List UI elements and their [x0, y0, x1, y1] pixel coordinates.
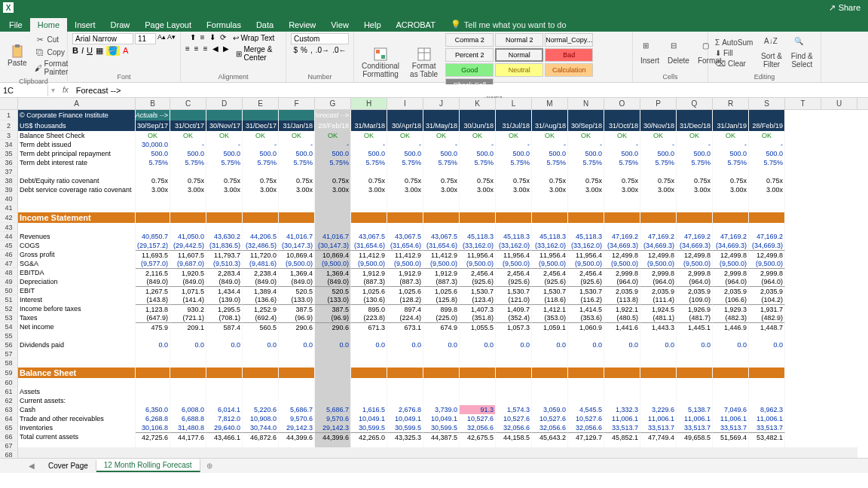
- data-cell[interactable]: 3.00x: [206, 185, 243, 194]
- row-header[interactable]: 36: [0, 158, 18, 167]
- data-cell[interactable]: 520.5: [279, 286, 315, 295]
- data-cell[interactable]: 1,295.5: [206, 304, 243, 313]
- align-right-icon[interactable]: ≡: [203, 44, 208, 63]
- data-cell[interactable]: 12,499.8: [713, 250, 749, 259]
- data-cell[interactable]: [315, 396, 351, 405]
- data-cell[interactable]: 32,056.6: [460, 423, 496, 432]
- data-cell[interactable]: 28/Feb/18: [315, 120, 351, 131]
- insert-cells-button[interactable]: ⊞Insert: [637, 40, 662, 66]
- data-cell[interactable]: 1,920.5: [170, 268, 206, 277]
- data-cell[interactable]: 44,399.6: [315, 432, 351, 441]
- row-header[interactable]: 39: [0, 185, 18, 194]
- data-cell[interactable]: 10,527.6: [568, 414, 604, 423]
- data-cell[interactable]: [279, 194, 315, 203]
- data-cell[interactable]: (9,500.0): [315, 259, 351, 268]
- data-cell[interactable]: 0.75x: [568, 176, 604, 185]
- data-cell[interactable]: (351.8): [460, 313, 496, 322]
- data-cell[interactable]: [243, 223, 279, 232]
- data-cell[interactable]: [604, 378, 640, 387]
- data-cell[interactable]: [568, 203, 604, 212]
- data-cell[interactable]: 3.00x: [387, 185, 423, 194]
- data-cell[interactable]: [532, 203, 568, 212]
- data-cell[interactable]: (9,500.0): [351, 259, 387, 268]
- data-cell[interactable]: (925.6): [460, 277, 496, 286]
- data-cell[interactable]: 10,527.6: [496, 414, 532, 423]
- data-cell[interactable]: [206, 331, 243, 340]
- data-cell[interactable]: (353.6): [568, 313, 604, 322]
- data-cell[interactable]: [677, 194, 713, 203]
- font-size-select[interactable]: 11: [135, 33, 156, 44]
- data-cell[interactable]: 897.4: [387, 304, 423, 313]
- style-good[interactable]: Good: [445, 63, 494, 77]
- border-button[interactable]: ▦: [96, 46, 103, 56]
- row-label[interactable]: [18, 194, 136, 203]
- tab-file[interactable]: File: [2, 18, 30, 32]
- data-cell[interactable]: -: [749, 140, 785, 149]
- data-cell[interactable]: [532, 349, 568, 358]
- data-cell[interactable]: 4,545.5: [568, 405, 604, 414]
- data-cell[interactable]: 2,456.4: [496, 268, 532, 277]
- data-cell[interactable]: [136, 396, 170, 405]
- row-header[interactable]: 49: [0, 277, 18, 286]
- data-cell[interactable]: 29,640.0: [206, 423, 243, 432]
- row-label[interactable]: Interest: [18, 295, 136, 304]
- data-cell[interactable]: [604, 331, 640, 340]
- data-cell[interactable]: 47,169.2: [604, 232, 640, 241]
- data-cell[interactable]: 500.0: [604, 149, 640, 158]
- data-cell[interactable]: [749, 110, 785, 120]
- data-cell[interactable]: [351, 194, 387, 203]
- row-header[interactable]: 48: [0, 268, 18, 277]
- spreadsheet-grid[interactable]: ABCDEFGHIJKLMNOPQRSTU 1© Corporate Finan…: [0, 98, 868, 473]
- data-cell[interactable]: [496, 194, 532, 203]
- data-cell[interactable]: (849.0): [206, 277, 243, 286]
- data-cell[interactable]: 43,325.3: [387, 432, 423, 441]
- data-cell[interactable]: [640, 349, 677, 358]
- data-cell[interactable]: OK: [387, 131, 423, 140]
- data-cell[interactable]: [677, 212, 713, 223]
- currency-icon[interactable]: $: [294, 46, 298, 54]
- data-cell[interactable]: 1,055.5: [460, 322, 496, 331]
- data-cell[interactable]: [496, 396, 532, 405]
- data-cell[interactable]: 3.00x: [640, 185, 677, 194]
- row-header[interactable]: 62: [0, 396, 18, 405]
- data-cell[interactable]: (123.4): [460, 295, 496, 304]
- data-cell[interactable]: [387, 358, 423, 368]
- data-cell[interactable]: [677, 167, 713, 176]
- data-cell[interactable]: 31/Jan/19: [713, 120, 749, 131]
- data-cell[interactable]: [568, 167, 604, 176]
- data-cell[interactable]: [749, 368, 785, 378]
- data-cell[interactable]: [136, 194, 170, 203]
- data-cell[interactable]: (133.0): [315, 295, 351, 304]
- data-cell[interactable]: 12,499.8: [604, 250, 640, 259]
- data-cell[interactable]: [532, 387, 568, 396]
- data-cell[interactable]: 45,118.3: [532, 232, 568, 241]
- data-cell[interactable]: 3.00x: [749, 185, 785, 194]
- data-cell[interactable]: 2,999.8: [713, 268, 749, 277]
- data-cell[interactable]: 31/Mar/18: [351, 120, 387, 131]
- data-cell[interactable]: [460, 110, 496, 120]
- data-cell[interactable]: [568, 378, 604, 387]
- data-cell[interactable]: 31/Aug/18: [532, 120, 568, 131]
- row-header[interactable]: 34: [0, 140, 18, 149]
- data-cell[interactable]: 1,929.3: [713, 304, 749, 313]
- data-cell[interactable]: [423, 110, 460, 120]
- tab-review[interactable]: Review: [281, 18, 323, 32]
- data-cell[interactable]: (31,836.5): [206, 241, 243, 250]
- data-cell[interactable]: [279, 378, 315, 387]
- row-header[interactable]: 55: [0, 331, 18, 340]
- row-header[interactable]: 59: [0, 368, 18, 378]
- row-label[interactable]: EBITDA: [18, 268, 136, 277]
- data-cell[interactable]: [568, 396, 604, 405]
- data-cell[interactable]: 290.6: [279, 322, 315, 331]
- data-cell[interactable]: 1,530.7: [460, 286, 496, 295]
- data-cell[interactable]: [604, 203, 640, 212]
- row-header[interactable]: 58: [0, 358, 18, 368]
- data-cell[interactable]: [677, 358, 713, 368]
- data-cell[interactable]: 43,067.5: [423, 232, 460, 241]
- data-cell[interactable]: [677, 203, 713, 212]
- data-cell[interactable]: [206, 194, 243, 203]
- data-cell[interactable]: 2,035.9: [677, 286, 713, 295]
- data-cell[interactable]: 11,006.1: [749, 414, 785, 423]
- data-cell[interactable]: 2,999.8: [749, 268, 785, 277]
- data-cell[interactable]: (34,669.3): [713, 241, 749, 250]
